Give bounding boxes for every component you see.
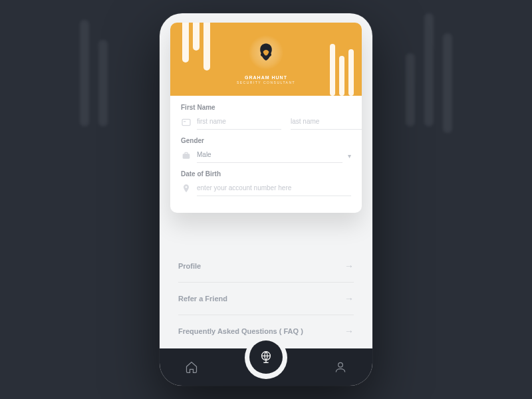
profile-subtitle: SECURITY CONSULTANT [237,80,295,84]
gender-select[interactable]: Male ▾ [181,148,351,164]
svg-point-6 [338,362,342,367]
link-label: Refer a Friend [178,295,227,303]
avatar [247,34,285,71]
avatar-illustration-icon [254,41,278,65]
arrow-right-icon: → [344,326,354,336]
svg-rect-1 [184,121,186,122]
last-name-input[interactable] [291,115,362,130]
link-label: Frequently Asked Questions ( FAQ ) [178,327,303,335]
svg-rect-0 [182,119,190,125]
profile-card: GRAHAM HUNT SECURITY CONSULTANT First Na… [170,23,362,213]
gender-label: Gender [181,137,351,144]
briefcase-icon [181,150,192,161]
settings-links: Profile → Refer a Friend → Frequently As… [178,250,354,347]
first-name-input[interactable] [197,115,281,130]
home-icon [185,360,198,374]
gender-value: Male [197,148,342,163]
bottom-nav [160,348,372,386]
dob-input[interactable] [197,182,351,196]
link-label: Profile [178,262,201,270]
arrow-right-icon: → [344,293,354,304]
profile-banner: GRAHAM HUNT SECURITY CONSULTANT [170,23,362,96]
link-profile[interactable]: Profile → [178,250,354,283]
profile-name: GRAHAM HUNT [245,75,287,80]
pin-icon [181,184,192,194]
phone-frame: GRAHAM HUNT SECURITY CONSULTANT First Na… [160,13,372,386]
link-refer-friend[interactable]: Refer a Friend → [178,283,354,315]
chevron-down-icon: ▾ [348,152,351,160]
nav-home-button[interactable] [185,360,198,374]
name-card-icon [181,117,192,128]
first-name-label: First Name [181,104,351,111]
user-icon [334,360,347,374]
profile-form: First Name Gender Male ▾ [170,96,362,197]
dob-label: Date of Birth [181,170,351,178]
svg-point-4 [186,186,188,188]
arrow-right-icon: → [344,261,354,271]
svg-rect-3 [185,152,188,154]
nav-profile-button[interactable] [334,360,347,374]
